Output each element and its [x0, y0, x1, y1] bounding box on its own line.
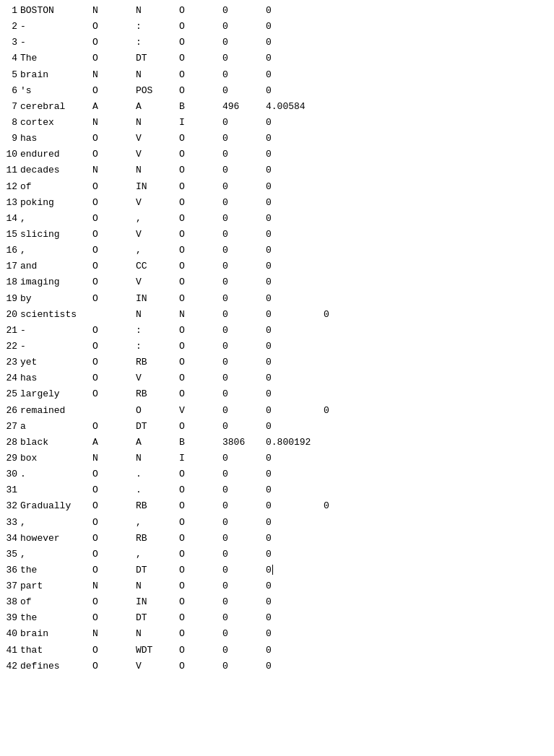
table-row: 20scientistsNN000 [0, 307, 554, 323]
col-c6: 0 [266, 579, 324, 594]
col-word: box [20, 451, 92, 466]
col-c5: 3806 [222, 435, 266, 450]
col-c2: O [92, 227, 136, 242]
col-word: scientists [20, 308, 92, 322]
col-c2: O [92, 387, 136, 401]
col-c3: RB [136, 499, 179, 513]
col-c4: O [179, 68, 222, 82]
table-row: 14,O,O00 [0, 211, 554, 227]
col-c5: 0 [222, 259, 266, 274]
col-extra: 0 [324, 308, 329, 322]
col-c2: N [92, 579, 136, 594]
col-word: brain [20, 627, 92, 641]
col-c6: 0 [266, 163, 324, 178]
col-c4: O [179, 180, 222, 194]
col-word: yet [20, 355, 92, 370]
col-c3: DT [136, 563, 179, 578]
table-row: 1BOSTONNNO00 [0, 3, 554, 19]
col-c6: 0 [266, 212, 324, 226]
col-c3: : [136, 35, 179, 50]
col-c3: WDT [136, 643, 179, 658]
row-number: 14 [0, 212, 20, 226]
col-c2: O [92, 420, 136, 434]
row-number: 2 [0, 19, 20, 34]
col-c2: N [92, 451, 136, 466]
col-c3: V [136, 371, 179, 386]
col-c3: DT [136, 420, 179, 434]
col-c4: O [179, 420, 222, 434]
col-c2: O [92, 51, 136, 66]
col-c3: V [136, 659, 179, 674]
row-number: 25 [0, 387, 20, 401]
row-number: 29 [0, 451, 20, 466]
table-row: 12ofOINO00 [0, 179, 554, 195]
col-c2: O [92, 292, 136, 306]
col-c3: : [136, 339, 179, 354]
col-word: defines [20, 659, 92, 674]
col-c4: O [179, 19, 222, 34]
col-c4: O [179, 259, 222, 274]
col-c3: IN [136, 180, 179, 194]
col-c5: 0 [222, 563, 266, 578]
col-c6: 0 [266, 35, 324, 50]
col-c5: 0 [222, 212, 266, 226]
table-row: 4TheODTO00 [0, 51, 554, 66]
col-c5: 0 [222, 339, 266, 354]
col-c6: 0 [266, 659, 324, 674]
row-number: 39 [0, 611, 20, 625]
row-number: 6 [0, 84, 20, 98]
col-c5: 0 [222, 35, 266, 50]
col-c2: O [92, 196, 136, 210]
row-number: 15 [0, 227, 20, 242]
table-row: 39theODTO00 [0, 610, 554, 626]
col-word: by [20, 292, 92, 306]
col-c5: 0 [222, 4, 266, 18]
col-c3: RB [136, 531, 179, 546]
row-number: 16 [0, 243, 20, 258]
table-row: 33,O,O00 [0, 515, 554, 531]
col-c5: 0 [222, 355, 266, 370]
col-c6: 0 [266, 499, 324, 513]
col-c2: N [92, 116, 136, 130]
table-row: 10enduredOVO00 [0, 147, 554, 162]
col-extra: 0 [324, 404, 329, 418]
col-c2: O [92, 35, 136, 50]
col-c5: 0 [222, 371, 266, 386]
col-c6: 0 [266, 404, 324, 418]
col-c3: IN [136, 292, 179, 306]
col-c6: 0 [266, 19, 324, 34]
col-word: imaging [20, 275, 92, 290]
col-word: - [20, 323, 92, 338]
table-row: 15slicingOVO00 [0, 227, 554, 243]
col-c6: 0 [266, 595, 324, 609]
col-c3: : [136, 19, 179, 34]
col-c6: 0 [266, 4, 324, 18]
col-c3: N [136, 579, 179, 594]
col-c2: O [92, 611, 136, 625]
table-row: 32GraduallyORBO000 [0, 498, 554, 514]
col-word: The [20, 51, 92, 66]
row-number: 20 [0, 308, 20, 322]
col-c6: 0 [266, 292, 324, 306]
row-number: 36 [0, 563, 20, 578]
col-c2: O [92, 371, 136, 386]
col-c5: 0 [222, 627, 266, 641]
col-c4: O [179, 275, 222, 290]
row-number: 24 [0, 371, 20, 386]
col-c4: O [179, 84, 222, 98]
col-word: black [20, 435, 92, 450]
col-c2: O [92, 131, 136, 146]
table-row: 7cerebralAAB4964.00584 [0, 99, 554, 115]
col-word: a [20, 420, 92, 434]
col-c4: B [179, 435, 222, 450]
col-c5: 0 [222, 163, 266, 178]
col-word: has [20, 131, 92, 146]
col-c2: O [92, 467, 136, 482]
table-row: 40brainNNO00 [0, 626, 554, 642]
col-c5: 0 [222, 579, 266, 594]
col-c6: 0 [266, 451, 324, 466]
col-c5: 0 [222, 196, 266, 210]
table-row: 28blackAAB38060.800192 [0, 435, 554, 451]
col-word: cortex [20, 116, 92, 130]
table-row: 6'sOPOSO00 [0, 83, 554, 99]
